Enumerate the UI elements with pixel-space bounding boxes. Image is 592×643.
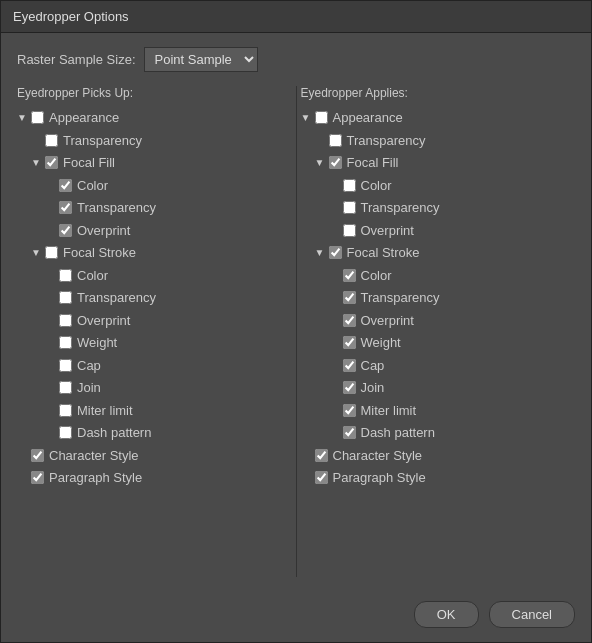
tree-item: Character Style (301, 446, 576, 466)
checkbox-pu-stroke-color[interactable] (59, 269, 72, 282)
checkbox-pu-transparency[interactable] (45, 134, 58, 147)
item-label: Cap (361, 356, 385, 376)
checkbox-pu-stroke-dash[interactable] (59, 426, 72, 439)
checkbox-pu-stroke-miter[interactable] (59, 404, 72, 417)
checkbox-ap-fill-color[interactable] (343, 179, 356, 192)
checkbox-pu-fill-color[interactable] (59, 179, 72, 192)
item-label: Transparency (63, 131, 142, 151)
item-label: Color (361, 266, 392, 286)
checkbox-ap-focal-stroke[interactable] (329, 246, 342, 259)
checkbox-ap-stroke-weight[interactable] (343, 336, 356, 349)
checkbox-ap-stroke-miter[interactable] (343, 404, 356, 417)
checkbox-ap-stroke-dash[interactable] (343, 426, 356, 439)
item-label: Transparency (361, 288, 440, 308)
checkbox-pu-stroke-overprint[interactable] (59, 314, 72, 327)
item-label: Character Style (333, 446, 423, 466)
checkbox-pu-stroke-transparency[interactable] (59, 291, 72, 304)
picks-up-header: Eyedropper Picks Up: (17, 86, 292, 100)
expand-arrow-icon[interactable] (315, 245, 329, 260)
item-label: Miter limit (77, 401, 133, 421)
expand-arrow-icon[interactable] (301, 110, 315, 125)
item-label: Paragraph Style (49, 468, 142, 488)
column-divider (296, 86, 297, 577)
checkbox-ap-transparency[interactable] (329, 134, 342, 147)
ok-button[interactable]: OK (414, 601, 479, 628)
tree-item: Focal Fill (31, 153, 292, 173)
expand-arrow-icon[interactable] (17, 110, 31, 125)
tree-item: Weight (45, 333, 292, 353)
checkbox-pu-para-style[interactable] (31, 471, 44, 484)
tree-item: Focal Fill (315, 153, 576, 173)
item-label: Cap (77, 356, 101, 376)
tree-item: Character Style (17, 446, 292, 466)
dialog-title: Eyedropper Options (13, 9, 129, 24)
checkbox-pu-appearance[interactable] (31, 111, 44, 124)
checkbox-ap-appearance[interactable] (315, 111, 328, 124)
checkbox-pu-fill-overprint[interactable] (59, 224, 72, 237)
checkbox-ap-fill-transparency[interactable] (343, 201, 356, 214)
checkbox-ap-stroke-overprint[interactable] (343, 314, 356, 327)
tree-item: Miter limit (45, 401, 292, 421)
item-label: Transparency (77, 288, 156, 308)
item-label: Color (77, 266, 108, 286)
expand-arrow-icon[interactable] (31, 155, 45, 170)
checkbox-pu-stroke-cap[interactable] (59, 359, 72, 372)
picks-up-column: Eyedropper Picks Up: AppearanceTranspare… (17, 86, 292, 577)
tree-item: Transparency (329, 198, 576, 218)
title-bar: Eyedropper Options (1, 1, 591, 33)
item-label: Appearance (49, 108, 119, 128)
item-label: Overprint (361, 221, 414, 241)
tree-item: Transparency (45, 288, 292, 308)
tree-item: Overprint (329, 221, 576, 241)
item-label: Focal Fill (63, 153, 115, 173)
tree-item: Weight (329, 333, 576, 353)
item-label: Overprint (77, 311, 130, 331)
checkbox-ap-para-style[interactable] (315, 471, 328, 484)
item-label: Appearance (333, 108, 403, 128)
checkbox-pu-char-style[interactable] (31, 449, 44, 462)
tree-item: Focal Stroke (31, 243, 292, 263)
checkbox-pu-fill-transparency[interactable] (59, 201, 72, 214)
item-label: Overprint (77, 221, 130, 241)
checkbox-ap-char-style[interactable] (315, 449, 328, 462)
item-label: Transparency (347, 131, 426, 151)
tree-item: Overprint (45, 221, 292, 241)
item-label: Weight (361, 333, 401, 353)
checkbox-ap-stroke-cap[interactable] (343, 359, 356, 372)
checkbox-pu-stroke-join[interactable] (59, 381, 72, 394)
checkbox-pu-stroke-weight[interactable] (59, 336, 72, 349)
checkbox-ap-fill-overprint[interactable] (343, 224, 356, 237)
expand-arrow-icon[interactable] (31, 245, 45, 260)
dialog-content: Raster Sample Size: Point Sample3 x 3 Av… (1, 33, 591, 591)
tree-item: Paragraph Style (301, 468, 576, 488)
raster-select[interactable]: Point Sample3 x 3 Average5 x 5 Average (144, 47, 258, 72)
item-label: Focal Stroke (347, 243, 420, 263)
tree-item: Focal Stroke (315, 243, 576, 263)
checkbox-ap-stroke-transparency[interactable] (343, 291, 356, 304)
item-label: Character Style (49, 446, 139, 466)
tree-item: Color (329, 176, 576, 196)
checkbox-pu-focal-fill[interactable] (45, 156, 58, 169)
raster-row: Raster Sample Size: Point Sample3 x 3 Av… (17, 47, 575, 72)
item-label: Paragraph Style (333, 468, 426, 488)
applies-header: Eyedropper Applies: (301, 86, 576, 100)
expand-arrow-icon[interactable] (315, 155, 329, 170)
cancel-button[interactable]: Cancel (489, 601, 575, 628)
tree-item: Dash pattern (45, 423, 292, 443)
checkbox-ap-focal-fill[interactable] (329, 156, 342, 169)
checkbox-pu-focal-stroke[interactable] (45, 246, 58, 259)
tree-item: Cap (329, 356, 576, 376)
picks-up-tree: AppearanceTransparencyFocal FillColorTra… (17, 108, 292, 491)
buttons-row: OK Cancel (1, 591, 591, 642)
checkbox-ap-stroke-join[interactable] (343, 381, 356, 394)
tree-item: Transparency (45, 198, 292, 218)
tree-item: Appearance (17, 108, 292, 128)
tree-item: Overprint (45, 311, 292, 331)
columns-row: Eyedropper Picks Up: AppearanceTranspare… (17, 86, 575, 577)
item-label: Weight (77, 333, 117, 353)
tree-item: Join (45, 378, 292, 398)
checkbox-ap-stroke-color[interactable] (343, 269, 356, 282)
applies-tree: AppearanceTransparencyFocal FillColorTra… (301, 108, 576, 491)
tree-item: Color (329, 266, 576, 286)
item-label: Miter limit (361, 401, 417, 421)
